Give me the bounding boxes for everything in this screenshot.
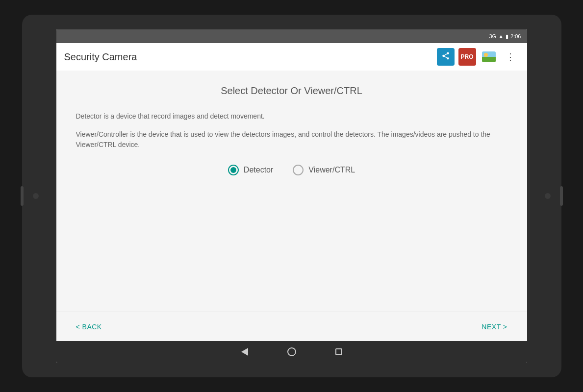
signal-icon: ▲ [498, 33, 504, 39]
bottom-navigation: < BACK NEXT > [56, 312, 527, 341]
detector-description: Detector is a device that record images … [76, 111, 507, 122]
gallery-icon [482, 51, 496, 62]
side-button-left [21, 186, 24, 206]
camera-right [545, 193, 551, 199]
side-button-right [560, 186, 563, 206]
battery-icon: ▮ [506, 33, 508, 40]
detector-radio-option[interactable]: Detector [228, 165, 273, 175]
radio-group: Detector Viewer/CTRL [76, 165, 507, 175]
back-button[interactable]: < BACK [76, 323, 102, 331]
android-nav-bar [56, 341, 527, 363]
app-bar-actions: PRO ⋮ [437, 48, 519, 66]
more-icon: ⋮ [506, 51, 515, 63]
content-area: Select Detector Or Viewer/CTRL Detector … [56, 71, 527, 312]
status-bar: 3G ▲ ▮ 2:06 [56, 29, 527, 43]
page-title: Select Detector Or Viewer/CTRL [76, 85, 507, 97]
tablet-device: 3G ▲ ▮ 2:06 Security Camera PRO [22, 15, 561, 377]
gallery-button[interactable] [480, 48, 498, 66]
pro-label: PRO [460, 53, 473, 60]
camera-left [33, 193, 39, 199]
viewer-radio-label: Viewer/CTRL [308, 166, 355, 174]
app-bar: Security Camera PRO ⋮ [56, 43, 527, 71]
overflow-menu-button[interactable]: ⋮ [502, 48, 519, 66]
android-back-button[interactable] [241, 348, 248, 356]
viewer-radio-option[interactable]: Viewer/CTRL [293, 165, 355, 175]
app-title: Security Camera [64, 51, 433, 63]
status-icons: 3G ▲ ▮ 2:06 [489, 33, 521, 40]
share-icon [441, 51, 450, 62]
next-button[interactable]: NEXT > [482, 323, 507, 331]
android-home-button[interactable] [287, 347, 296, 356]
android-recents-button[interactable] [335, 348, 342, 355]
viewer-description: Viewer/Controller is the device that is … [76, 129, 507, 150]
pro-button[interactable]: PRO [458, 48, 476, 66]
screen: 3G ▲ ▮ 2:06 Security Camera PRO [56, 29, 527, 363]
share-button[interactable] [437, 48, 455, 66]
description-section: Detector is a device that record images … [76, 111, 507, 150]
detector-radio-label: Detector [244, 166, 273, 174]
network-indicator: 3G [489, 33, 497, 39]
viewer-radio-circle[interactable] [293, 165, 304, 175]
detector-radio-circle[interactable] [228, 165, 239, 175]
time-display: 2:06 [510, 33, 521, 39]
